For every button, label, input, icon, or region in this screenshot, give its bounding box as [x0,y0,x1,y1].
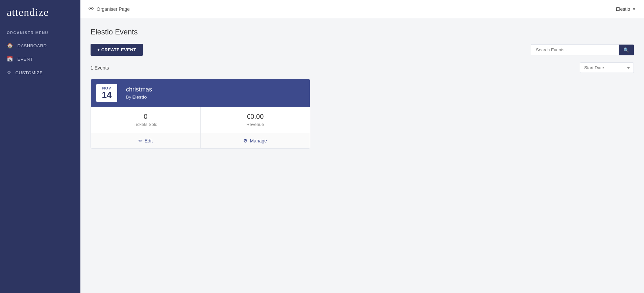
event-actions: ✏ Edit ⚙ Manage [91,133,310,148]
event-organiser-name: Elestio [132,95,147,100]
tickets-sold-label: Tickets Sold [94,122,197,127]
sidebar-item-dashboard-label: DASHBOARD [18,43,47,48]
tickets-sold-stat: 0 Tickets Sold [91,107,200,133]
app-logo: attendize [0,0,80,25]
user-name: Elestio [616,6,630,12]
sidebar-item-customize[interactable]: ⚙ CUSTOMIZE [0,66,80,79]
page-title: Elestio Events [91,28,634,36]
create-event-button[interactable]: + CREATE EVENT [91,44,143,56]
sidebar-item-customize-label: CUSTOMIZE [16,70,43,75]
event-header: NOV 14 christmas By Elestio [91,79,310,107]
event-info: christmas By Elestio [123,81,155,104]
sidebar-item-event[interactable]: 📅 EVENT [0,52,80,66]
home-icon: 🏠 [7,43,14,49]
gear-icon: ⚙ [7,70,11,76]
toolbar-row: + CREATE EVENT 🔍 [91,44,634,56]
event-stats: 0 Tickets Sold €0.00 Revenue [91,107,310,133]
event-by-label: By [126,95,131,100]
event-date-box: NOV 14 [96,84,117,102]
sidebar-section-title: ORGANISER MENU [0,25,80,37]
event-organiser: By Elestio [126,95,152,100]
sidebar: attendize ORGANISER MENU 🏠 DASHBOARD 📅 E… [0,0,80,293]
sidebar-item-event-label: EVENT [18,57,33,62]
search-icon: 🔍 [623,47,629,53]
organiser-page-link[interactable]: Organiser Page [97,6,130,12]
event-name: christmas [126,86,152,93]
search-input[interactable] [531,44,619,55]
main-content: 👁 Organiser Page Elestio ▼ Elestio Event… [80,0,644,293]
edit-label: Edit [145,138,153,143]
topbar-left: 👁 Organiser Page [89,6,130,12]
caret-down-icon: ▼ [632,7,636,11]
revenue-label: Revenue [204,122,307,127]
event-date-day: 14 [101,90,113,100]
sidebar-nav: 🏠 DASHBOARD 📅 EVENT ⚙ CUSTOMIZE [0,39,80,79]
page-content: Elestio Events + CREATE EVENT 🔍 1 Events… [80,18,644,293]
edit-button[interactable]: ✏ Edit [91,133,200,148]
search-button[interactable]: 🔍 [619,45,634,55]
topbar: 👁 Organiser Page Elestio ▼ [80,0,644,18]
event-card: NOV 14 christmas By Elestio 0 Tickets So… [91,79,310,149]
edit-icon: ✏ [139,138,143,143]
manage-icon: ⚙ [243,138,248,143]
sort-select[interactable]: Start Date End Date Name [580,62,634,73]
eye-icon: 👁 [89,6,94,12]
search-row: 🔍 [531,44,634,55]
manage-button[interactable]: ⚙ Manage [200,133,310,148]
sidebar-item-dashboard[interactable]: 🏠 DASHBOARD [0,39,80,52]
tickets-sold-count: 0 [94,113,197,121]
events-count-row: 1 Events Start Date End Date Name [91,62,634,73]
revenue-value: €0.00 [204,113,307,121]
calendar-icon: 📅 [7,56,14,62]
manage-label: Manage [250,138,267,143]
events-count: 1 Events [91,65,109,71]
revenue-stat: €0.00 Revenue [200,107,310,133]
user-menu[interactable]: Elestio ▼ [616,6,636,12]
